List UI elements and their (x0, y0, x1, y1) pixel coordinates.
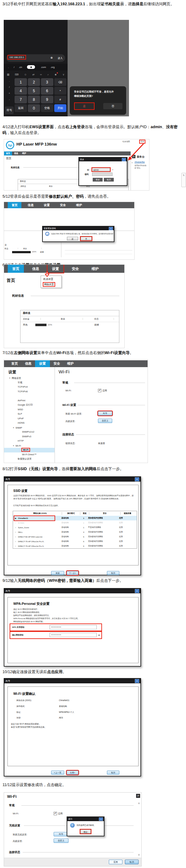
tree-item-mdns[interactable]: mDNS (4, 421, 54, 426)
yes-button[interactable]: 是 (67, 237, 78, 241)
tab-maintenance[interactable]: 维护 (20, 151, 28, 155)
ok-button[interactable]: 确定 (80, 830, 91, 834)
tree-item-raw[interactable] (4, 394, 54, 399)
tab-home[interactable]: 首页 (8, 360, 22, 367)
key-4[interactable]: 4 (14, 87, 27, 95)
suggestion-item[interactable]: .org (50, 66, 54, 69)
ssid-row[interactable]: ○DIRECT-82-HP M30 LaserJet基础结构6用加密保护的网络优… (13, 534, 137, 539)
key-space[interactable]: 空格 (41, 104, 53, 112)
emoji-icon[interactable]: ☺ (24, 73, 27, 76)
no-button[interactable]: 否 (81, 237, 92, 241)
tree-item-snmpv3[interactable]: SNMPv3 (4, 434, 54, 439)
close-icon[interactable]: ✕ (135, 589, 139, 593)
wizard-button[interactable]: 向导 (53, 832, 69, 836)
tab-maintenance[interactable]: 维护 (87, 265, 103, 273)
tab-home[interactable]: 首页 (8, 265, 24, 273)
refresh-button[interactable]: 刷新 (51, 571, 64, 575)
back-button[interactable]: <上一页 (51, 771, 64, 775)
next-button[interactable]: 下一步> (67, 571, 78, 575)
key-7[interactable]: 7 (14, 96, 27, 103)
keyboard-icon[interactable]: ⌨ (15, 73, 18, 76)
yes-button[interactable]: 是 (75, 103, 94, 109)
ssid-row[interactable]: ○DIRECT-79-HP OfficeJet Pro 9..基础结构6用加密保… (13, 544, 137, 548)
refresh-icon[interactable]: ⟳ (136, 794, 140, 798)
tab-security[interactable]: 安全 (50, 360, 64, 367)
menu-item-machine-settings[interactable]: 机器设置 (41, 276, 61, 282)
key-3[interactable]: 3 (41, 78, 53, 86)
key-2[interactable]: 2 (28, 78, 40, 86)
no-button[interactable]: 否 (103, 103, 122, 109)
login-button[interactable]: 登录 (93, 178, 103, 182)
apply-button[interactable]: 应用> (67, 771, 78, 775)
tab-security[interactable]: 安全 (56, 202, 70, 208)
tree-item-upnp[interactable]: UPnP (4, 416, 54, 421)
tree-item-general[interactable]: 常规 (4, 380, 54, 385)
toggle-pill-icon[interactable] (27, 65, 35, 69)
custom-button[interactable]: 自定义 (98, 418, 112, 423)
tab-security[interactable]: 安全 (67, 265, 83, 273)
tab-info[interactable]: 信息 (28, 265, 44, 273)
tree-item-googleprint[interactable]: Google 云打印 (4, 403, 54, 407)
id-field[interactable]: admin (92, 168, 110, 171)
key-return[interactable]: 返回 (14, 104, 27, 112)
key-9[interactable]: 9 (41, 96, 53, 103)
ssid-row[interactable]: ○DIRECT-75-HP OfficeJet Pro 8..基础结构6用加密保… (13, 539, 137, 544)
password-field[interactable] (92, 173, 113, 176)
suggestion-item[interactable]: .cn (18, 66, 22, 69)
scroll-down-icon[interactable]: ∨ (138, 854, 140, 856)
page-scroll-widget[interactable]: ⇅ (181, 173, 186, 187)
key-1[interactable]: 1 (14, 78, 27, 86)
backspace-key[interactable]: ⌫ (54, 78, 67, 86)
cancel-button[interactable]: 取消 (104, 178, 114, 182)
key-symbols[interactable]: 符号 (5, 106, 14, 114)
tree-item-wifi-direct[interactable]: Wi-Fi Direct™ (4, 453, 54, 457)
tab-info[interactable]: 信息 (22, 360, 35, 367)
tab-settings[interactable]: 设置 (35, 360, 50, 367)
ssid-row[interactable]: ○Sykes_Guest基础结构1不受保护的网络优秀 (13, 525, 137, 530)
scroll-up-icon[interactable]: ∧ (138, 802, 140, 805)
key-go[interactable]: 开始 (54, 104, 67, 112)
tab-info[interactable]: 信息 (12, 151, 20, 155)
tree-item-wsd[interactable]: WSD (4, 407, 54, 412)
tree-group-wifi[interactable]: ▼Wi-Fi (4, 443, 54, 448)
key-minus[interactable]: - (5, 97, 14, 102)
search-icon[interactable]: ⌕ (47, 73, 49, 76)
tree-item-tcpipv4[interactable]: TCP/IPv4 (4, 385, 54, 390)
wifi-enable-checkbox[interactable]: ✔ (98, 389, 101, 392)
tree-item-http[interactable]: HTTP (4, 439, 54, 443)
enter-button[interactable]: 进入 (58, 57, 63, 60)
suggestion-item[interactable]: . (8, 66, 9, 69)
close-icon[interactable]: ✕ (109, 227, 113, 230)
url-input[interactable]: 192.168.223.1 (8, 56, 26, 59)
tree-item-snmpv1v2[interactable]: SNMPv1/v2 (4, 430, 54, 434)
key-5[interactable]: 5 (28, 87, 40, 95)
tree-item-wifi[interactable]: Wi-Fi (4, 448, 54, 453)
suggestion-item[interactable]: / (14, 66, 14, 69)
key-hash[interactable]: # (54, 96, 67, 103)
wifi-enable-checkbox[interactable]: ✔ (53, 812, 57, 815)
tree-group-network[interactable]: ▼网络设置 (4, 376, 54, 380)
close-icon[interactable]: ✕ (135, 477, 139, 481)
key-slash[interactable]: / (5, 85, 14, 90)
tree-item-tcpipv6[interactable]: TCP/IPv6 (4, 390, 54, 394)
wizard-button[interactable]: 向导 (98, 411, 112, 415)
link-icon[interactable]: ∞ (40, 73, 42, 76)
apply-button[interactable]: 应用 (109, 860, 122, 864)
tab-info[interactable]: 信息 (24, 202, 38, 208)
tree-item-airprint[interactable]: AirPrint (4, 399, 54, 403)
tab-maintenance[interactable]: 维护 (64, 360, 77, 367)
cancel-button[interactable]: 取消 (125, 860, 139, 864)
key-asterisk[interactable]: * (54, 87, 67, 95)
tab-maintenance[interactable]: 维护 (72, 202, 86, 208)
ssid-row[interactable]: ○DELL基础结构4用加密保护的网络优秀 (13, 530, 137, 534)
tree-item-slp[interactable]: SLP (4, 412, 54, 416)
grid-icon[interactable]: ▦ (7, 73, 9, 76)
close-icon[interactable]: ✕ (99, 817, 103, 821)
tab-home[interactable]: 首页 (4, 151, 12, 155)
cursor-icon[interactable]: ⇄ (32, 73, 34, 76)
tab-home[interactable]: 首页 (8, 202, 22, 208)
custom-button[interactable]: 自定义 (53, 839, 69, 843)
confirm-key-input[interactable]: ******** (49, 633, 97, 637)
tab-settings[interactable]: 设置 (40, 202, 53, 208)
key-plus[interactable]: + (5, 91, 14, 96)
